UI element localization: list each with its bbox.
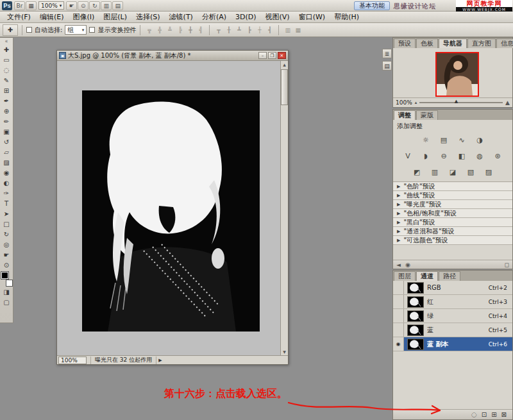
collapsed-actions-panel-icon[interactable]: ▤ [382, 61, 392, 71]
brightness-contrast-icon[interactable]: ☼ [419, 135, 432, 146]
distribute-bottom-icon[interactable]: ┻ [234, 25, 244, 35]
pen-tool[interactable]: ✑ [1, 188, 13, 198]
distribute-top-icon[interactable]: ┳ [214, 25, 223, 35]
menu-window[interactable]: 窗口(W) [294, 12, 330, 22]
history-brush-tool[interactable]: ↺ [1, 137, 13, 147]
menu-file[interactable]: 文件(F) [3, 12, 35, 22]
tab-histogram[interactable]: 直方图 [467, 38, 496, 48]
hand-scroll-icon[interactable]: ☛ [66, 1, 77, 10]
restore-icon[interactable]: ❐ [268, 52, 276, 59]
return-arrow-icon[interactable]: ◄ [396, 262, 401, 268]
visibility-toggle[interactable]: ◉ [393, 309, 404, 323]
status-options-icon[interactable]: ▶ [158, 358, 162, 363]
tab-adjustments[interactable]: 调整 [394, 110, 416, 120]
foreground-color-swatch[interactable] [1, 272, 8, 279]
exposure-icon[interactable]: ◑ [473, 135, 486, 146]
auto-align-layers-icon[interactable]: ▥ [283, 25, 292, 35]
load-channel-as-selection-button[interactable]: ◌ [471, 411, 477, 418]
path-selection-tool[interactable]: ➤ [1, 208, 13, 219]
visibility-toggle[interactable]: ◉ [393, 295, 404, 308]
zoom-tool-icon[interactable]: ⊙ [78, 1, 88, 10]
dodge-tool[interactable]: ◐ [1, 178, 13, 188]
brush-tool[interactable]: ✏ [1, 116, 13, 126]
auto-select-dropdown[interactable]: 组 ▾ [65, 25, 87, 35]
menu-3d[interactable]: 3D(D) [231, 12, 261, 22]
expand-triangle-icon[interactable]: ▶ [397, 220, 400, 225]
3d-rotate-tool[interactable]: ↻ [1, 229, 13, 239]
eyedropper-tool[interactable]: ✒ [1, 96, 13, 106]
background-color-swatch[interactable] [6, 280, 13, 287]
quick-selection-tool[interactable]: ✎ [1, 75, 13, 85]
status-zoom-field[interactable]: 100% [58, 357, 87, 364]
shape-tool[interactable]: □ [1, 219, 13, 229]
zoom-tool[interactable]: ⊙ [1, 260, 13, 270]
tab-layers[interactable]: 图层 [394, 271, 416, 281]
align-top-icon[interactable]: ╦ [144, 25, 154, 35]
screen-mode-button[interactable]: ▢ [1, 297, 13, 307]
tab-channels[interactable]: 通道 [416, 271, 438, 281]
zoom-in-icon[interactable]: ▲ [505, 99, 510, 106]
tab-navigator[interactable]: 导航器 [439, 38, 467, 48]
scroll-down-icon[interactable]: ▼ [281, 348, 288, 355]
workspace-switcher-button[interactable]: 基本功能 [354, 1, 390, 10]
new-channel-button[interactable]: ⊞ [491, 411, 496, 418]
menu-select[interactable]: 选择(S) [131, 12, 165, 22]
gradient-tool[interactable]: ▨ [1, 157, 13, 167]
menu-view[interactable]: 视图(V) [261, 12, 294, 22]
arrange-documents-icon[interactable]: ▥ [101, 1, 112, 10]
visibility-toggle[interactable]: ◉ [393, 323, 404, 337]
channel-row[interactable]: ◉ 绿 Ctrl+4 [393, 309, 512, 323]
channel-row[interactable]: ◉ RGB Ctrl+2 [393, 281, 512, 295]
navigator-zoom-value[interactable]: 100% [396, 99, 412, 106]
zoom-level-control[interactable]: 100% ▾ [38, 1, 64, 10]
photo-filter-icon[interactable]: ◍ [473, 151, 486, 162]
healing-brush-tool[interactable]: ⊕ [1, 106, 13, 116]
save-selection-as-channel-button[interactable]: ⊡ [482, 411, 487, 418]
preset-group-row[interactable]: ▶ "可选颜色"预设 [393, 236, 512, 245]
black-white-icon[interactable]: ◧ [455, 151, 468, 162]
delete-channel-button[interactable]: ⊠ [501, 411, 507, 418]
panel-options-icon[interactable]: ◻ [505, 262, 509, 268]
tab-masks[interactable]: 蒙版 [416, 110, 438, 120]
preset-group-row[interactable]: ▶ "色相/饱和度"预设 [393, 209, 512, 218]
marquee-tool[interactable]: ▭ [1, 55, 13, 65]
toolbox-collapse-button[interactable]: « [5, 38, 8, 44]
vibrance-icon[interactable]: V [401, 151, 414, 162]
color-balance-icon[interactable]: ⊖ [437, 151, 450, 162]
align-vcenter-icon[interactable]: ╬ [155, 25, 164, 35]
close-icon[interactable]: ✕ [278, 52, 286, 59]
preset-group-row[interactable]: ▶ "通道混和器"预设 [393, 227, 512, 236]
align-left-icon[interactable]: ╠ [175, 25, 185, 35]
menu-help[interactable]: 帮助(H) [330, 12, 364, 22]
preset-group-row[interactable]: ▶ "色阶"预设 [393, 182, 512, 191]
tab-paths[interactable]: 路径 [439, 271, 460, 281]
document-title-bar[interactable]: ▣ 大S.jpg @ 100% (背景 副本, 蓝 副本/8) * – ❐ ✕ [57, 51, 288, 61]
blur-tool[interactable]: ◉ [1, 167, 13, 178]
scroll-up-icon[interactable]: ▲ [281, 61, 288, 68]
align-hcenter-icon[interactable]: ╋ [185, 25, 195, 35]
menu-image[interactable]: 图像(I) [68, 12, 99, 22]
menu-edit[interactable]: 编辑(E) [35, 12, 69, 22]
invert-icon[interactable]: ◩ [410, 167, 423, 178]
expand-triangle-icon[interactable]: ▶ [397, 202, 400, 207]
expand-triangle-icon[interactable]: ▶ [397, 211, 400, 216]
quick-mask-button[interactable]: ◨ [1, 287, 13, 297]
expand-triangle-icon[interactable]: ▶ [397, 229, 400, 234]
toggle-3d-icon[interactable]: ▦ [293, 25, 303, 35]
posterize-icon[interactable]: ▥ [428, 167, 441, 178]
screen-mode-icon[interactable]: ▤ [112, 1, 123, 10]
document-canvas[interactable]: ▲ ▼ [57, 61, 288, 355]
preset-group-row[interactable]: ▶ "曝光度"预设 [393, 200, 512, 209]
channel-row[interactable]: ◉ 蓝 副本 Ctrl+6 [393, 337, 512, 351]
visibility-toggle[interactable]: ◉ [393, 337, 404, 351]
hand-tool[interactable]: ☛ [1, 249, 13, 260]
threshold-icon[interactable]: ◪ [446, 167, 459, 178]
eraser-tool[interactable]: ▱ [1, 147, 13, 157]
launch-bridge-icon[interactable]: Br [14, 1, 25, 10]
distribute-left-icon[interactable]: ┣ [244, 25, 254, 35]
navigator-thumbnail[interactable] [435, 52, 479, 97]
levels-icon[interactable]: ▤ [437, 135, 450, 146]
hue-saturation-icon[interactable]: ◗ [419, 151, 432, 162]
preset-group-row[interactable]: ▶ "黑白"预设 [393, 218, 512, 227]
rotate-view-icon[interactable]: ↻ [89, 1, 100, 10]
